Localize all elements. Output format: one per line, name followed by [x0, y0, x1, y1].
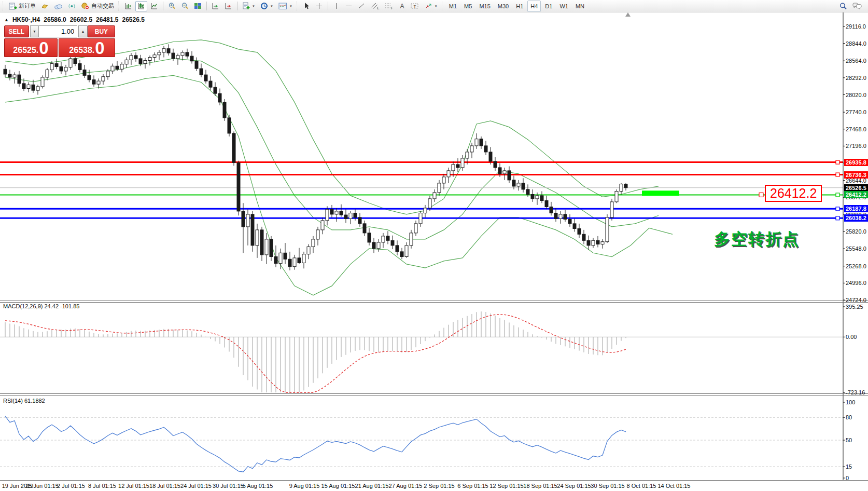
date-axis-label: 12 Sep 01:15 [489, 483, 523, 489]
price-axis-label: 24996.0 [846, 280, 866, 286]
toolbar-grip [118, 2, 120, 10]
chart-line-button[interactable] [148, 1, 160, 11]
templates-button-dropdown-icon[interactable]: ▼ [252, 5, 255, 8]
date-axis-label: 14 Oct 01:15 [658, 483, 691, 489]
indicators-button[interactable]: ▼ [276, 1, 295, 11]
channel-button[interactable]: E [369, 1, 382, 11]
close-value: 26526.5 [122, 16, 144, 23]
price-axis-label: 24724.0 [846, 297, 866, 303]
timeframe-button-m5[interactable]: M5 [461, 1, 475, 12]
chat-button[interactable] [850, 1, 864, 11]
rsi-axis-label: 50 [846, 437, 852, 443]
periods-button[interactable]: ▼ [258, 1, 275, 11]
cursor-button[interactable] [301, 1, 312, 11]
high-value: 26602.5 [70, 16, 92, 23]
signal-icon [68, 2, 76, 10]
macd-axis-label: 0.00 [846, 334, 857, 340]
arrows-button[interactable]: ▼ [423, 1, 440, 11]
zoom-in-button[interactable] [166, 1, 178, 11]
trendline-button[interactable] [356, 1, 368, 11]
volume-increase-button[interactable]: ▲ [78, 25, 88, 37]
price-tag: 26526.5 [844, 184, 868, 192]
text-button[interactable]: A [397, 1, 408, 11]
timeframe-button-m30[interactable]: M30 [495, 1, 512, 12]
timeframe-button-w1[interactable]: W1 [556, 1, 571, 12]
price-axis-label: 27468.0 [846, 126, 866, 132]
signals-button[interactable] [66, 1, 78, 11]
zoomin-icon [168, 2, 176, 10]
periods-button-dropdown-icon[interactable]: ▼ [270, 5, 273, 8]
one-click-trading-panel: SELL ▼ ▲ BUY 26525. 0 26538. 0 [4, 25, 115, 57]
price-axis-label: 25268.0 [846, 263, 866, 269]
vline-icon [333, 2, 340, 10]
buy-button[interactable]: BUY [88, 25, 115, 37]
toolbar-grip [297, 2, 299, 10]
new-order-button-label: 新订单 [19, 2, 36, 10]
toolbar-separator [163, 2, 163, 10]
date-axis-label: 27 Aug 01:15 [389, 483, 423, 489]
timeframe-button-d1[interactable]: D1 [542, 1, 555, 12]
tile-windows-button[interactable] [192, 1, 204, 11]
crosshair-button[interactable] [313, 1, 325, 11]
cloud-button[interactable] [52, 1, 65, 11]
zoom-out-button[interactable] [179, 1, 191, 11]
price-axis-label: 25548.0 [846, 246, 866, 252]
volume-input[interactable] [39, 25, 77, 37]
svg-text:F: F [391, 6, 393, 10]
label-button[interactable]: T [409, 1, 422, 11]
clock-icon [260, 2, 268, 10]
chart-candles-button[interactable] [135, 1, 147, 11]
buy-price-big-digit: 0 [95, 40, 104, 56]
macd-axis-label: 395.25 [846, 304, 863, 310]
price-annotation-label[interactable]: 26412.2 [765, 185, 822, 202]
toolbar-separator [237, 2, 237, 10]
date-axis-label: 30 Jul 01:15 [213, 483, 244, 489]
price-axis-label: 28564.0 [846, 58, 866, 64]
horizontal-line-button[interactable] [343, 1, 355, 11]
toolbar-grip [442, 2, 444, 10]
timeframe-button-m15[interactable]: M15 [476, 1, 493, 12]
autotrade-icon [81, 2, 90, 10]
cursor-icon [303, 2, 310, 10]
date-axis-label: 9 Aug 01:15 [289, 483, 320, 489]
autotrade-button[interactable]: 自动交易 [79, 1, 116, 11]
rsi-value: 61.1882 [24, 398, 45, 404]
chart-bars-button[interactable] [122, 1, 134, 11]
price-tag: 26412.2 [844, 191, 868, 198]
sell-price[interactable]: 26525. 0 [4, 38, 58, 57]
timeframe-button-h4[interactable]: H4 [527, 1, 541, 12]
macd-axis-label: -723.16 [846, 389, 865, 395]
price-axis-label: 28020.0 [846, 92, 866, 98]
autoscroll-button[interactable] [209, 1, 221, 11]
date-axis-label: 18 Jul 01:15 [149, 483, 180, 489]
autoscroll-icon [212, 2, 219, 10]
profile-button[interactable] [39, 1, 51, 11]
templates-button[interactable]: ▼ [240, 1, 257, 11]
new-order-button[interactable]: 新订单 [7, 1, 38, 11]
tiles-icon [194, 2, 202, 10]
price-axis-label: 29116.0 [846, 23, 866, 30]
volume-decrease-button[interactable]: ▼ [30, 25, 39, 37]
arrows-button-dropdown-icon[interactable]: ▼ [435, 5, 438, 8]
panel-collapse-icon[interactable]: ▲ [4, 17, 9, 22]
date-axis-label: 24 Jul 01:15 [180, 483, 212, 489]
search-button[interactable] [837, 1, 849, 11]
timeframe-button-h1[interactable]: H1 [513, 1, 526, 12]
gold-icon [41, 2, 49, 10]
rsi-axis-label: 100 [846, 399, 855, 405]
buy-price[interactable]: 26538. 0 [59, 38, 115, 57]
indicators-button-dropdown-icon[interactable]: ▼ [289, 5, 292, 8]
date-axis-label: 8 Jul 01:15 [88, 483, 116, 489]
date-axis-label: 2 Sep 01:15 [424, 483, 454, 489]
vertical-line-button[interactable] [331, 1, 342, 11]
timeframe-button-m1[interactable]: M1 [446, 1, 460, 12]
date-axis-label: 24 Sep 01:15 [557, 483, 591, 489]
date-axis-label: 18 Sep 01:15 [523, 483, 557, 489]
template-icon [242, 2, 250, 10]
sell-button[interactable]: SELL [4, 25, 29, 37]
fibonacci-button[interactable]: F [383, 1, 396, 11]
chart-shift-button[interactable] [222, 1, 234, 11]
timeframe-button-mn[interactable]: MN [572, 1, 587, 12]
date-axis-label: 6 Sep 01:15 [457, 483, 488, 489]
date-axis-label: 5 Aug 01:15 [243, 483, 273, 489]
